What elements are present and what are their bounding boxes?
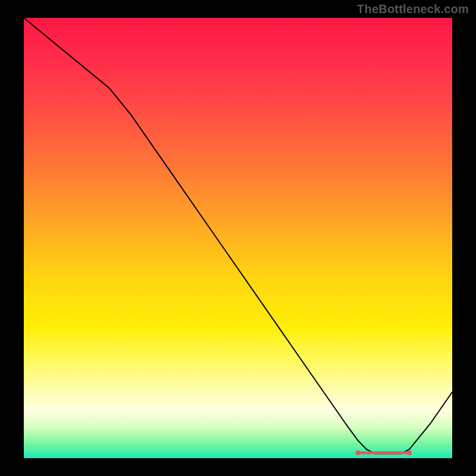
chart-container: TheBottleneck.com	[0, 0, 476, 476]
bottleneck-chart	[24, 18, 452, 458]
svg-point-2	[407, 450, 412, 455]
watermark-text: TheBottleneck.com	[357, 2, 469, 16]
plot-frame	[24, 18, 452, 458]
svg-point-1	[356, 450, 361, 455]
gradient-background	[24, 18, 452, 458]
